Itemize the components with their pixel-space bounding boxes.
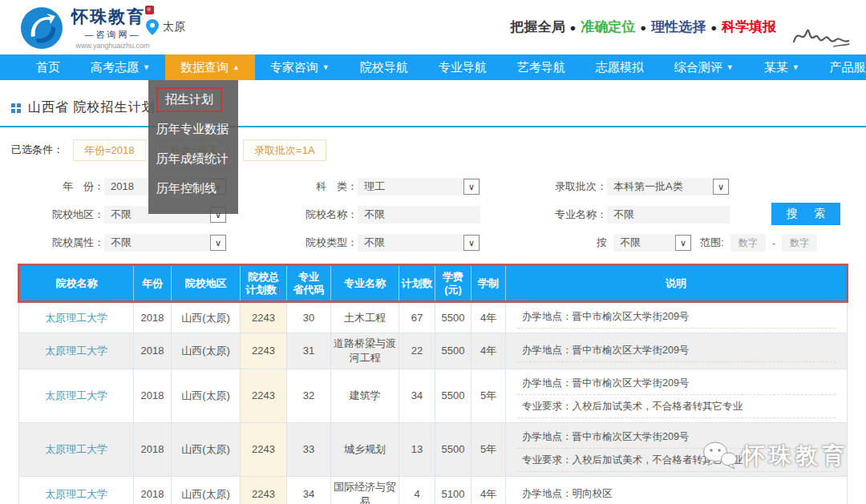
year-cell: 2018 — [134, 333, 172, 369]
attribute-select[interactable]: 不限∨ — [104, 234, 227, 252]
logo-title: 怀珠教育® — [71, 6, 154, 28]
range-min-input[interactable] — [730, 234, 766, 252]
wechat-icon — [702, 441, 738, 471]
duration-cell: 5年 — [471, 423, 506, 477]
dropdown-item[interactable]: 历年控制线 — [148, 175, 238, 203]
category-label: 科 类： — [227, 179, 358, 194]
major-name-cell: 土木工程 — [331, 302, 399, 333]
signature-graphic — [789, 21, 852, 51]
region-cell: 山西(太原) — [172, 423, 241, 477]
search-button[interactable]: 搜 索 — [771, 203, 840, 225]
school-link[interactable]: 太原理工大学 — [45, 312, 107, 324]
batch-select[interactable]: 本科第一批A类∨ — [607, 178, 730, 196]
attribute-label: 院校属性： — [0, 236, 104, 250]
fee-cell: 5100 — [435, 477, 471, 504]
sort-by-select[interactable]: 不限∨ — [613, 234, 692, 252]
chevron-down-icon[interactable]: ∨ — [675, 235, 691, 251]
top-header: 怀珠教育® —咨询网— www.yanghuaizhu.com 太原 把握全局●… — [0, 0, 866, 54]
column-header: 学费 (元) — [435, 265, 471, 302]
nav-item[interactable]: 专家咨询▼ — [255, 54, 345, 80]
slogan-dot: ● — [569, 22, 576, 34]
nav-item[interactable]: 首页 — [21, 54, 75, 80]
dropdown-item[interactable]: 招生计划 — [156, 87, 222, 112]
total-plan-cell: 2243 — [241, 333, 287, 369]
location-name: 太原 — [163, 20, 185, 34]
table-row: 太原理工大学2018山西(太原)224331道路桥梁与渡河工程2255004年办… — [19, 333, 848, 369]
chevron-down-icon[interactable]: ∨ — [210, 235, 226, 251]
note-line: 办学地点：晋中市榆次区大学街209号 — [517, 341, 836, 362]
column-header: 院校地区 — [172, 265, 241, 302]
category-select[interactable]: 理工∨ — [358, 178, 480, 196]
location-selector[interactable]: 太原 — [146, 19, 185, 35]
query-form: 年 份： 2018∨ 科 类： 理工∨ 录取批次： 本科第一批A类∨ 院校地区：… — [0, 172, 866, 254]
chevron-down-icon[interactable]: ∨ — [713, 179, 729, 195]
notes-cell: 办学地点：明向校区 — [506, 477, 848, 504]
school-link[interactable]: 太原理工大学 — [45, 345, 107, 357]
dropdown-item[interactable]: 历年成绩统计 — [148, 145, 238, 173]
slogan-segment: 理性选择 — [651, 19, 706, 34]
total-plan-cell: 2243 — [241, 423, 287, 477]
site-logo[interactable]: 怀珠教育® —咨询网— www.yanghuaizhu.com — [20, 6, 154, 50]
fee-cell: 5500 — [435, 333, 471, 369]
data-query-dropdown: 招生计划历年专业数据历年成绩统计历年控制线 — [148, 80, 238, 214]
nav-item[interactable]: 院校导航 — [345, 54, 423, 80]
nav-item[interactable]: 专业导航 — [423, 54, 502, 80]
nav-item[interactable]: 某某▼ — [749, 54, 815, 80]
column-header: 学制 — [471, 265, 506, 302]
slogan-segment: 把握全局 — [510, 19, 565, 34]
column-header: 专业 省代码 — [287, 265, 331, 302]
nav-item[interactable]: 艺考导航 — [502, 54, 581, 80]
dropdown-item[interactable]: 历年专业数据 — [148, 115, 238, 143]
nav-item[interactable]: 综合测评▼ — [659, 54, 749, 80]
slogan-segment: 准确定位 — [581, 19, 635, 34]
note-line: 办学地点：晋中市榆次区大学街209号 — [517, 373, 836, 395]
chevron-down-icon[interactable]: ∨ — [463, 235, 480, 251]
nav-caret-icon: ▼ — [322, 63, 330, 71]
note-line: 办学地点：晋中市榆次区大学街209号 — [517, 307, 836, 329]
year-cell: 2018 — [134, 369, 172, 423]
filter-tag[interactable]: 录取批次=1A — [243, 139, 326, 161]
note-line: 专业要求：入校后加试美术，不合格者转其它专业 — [517, 397, 836, 418]
notes-cell: 办学地点：晋中市榆次区大学街209号 — [506, 302, 848, 333]
school-link[interactable]: 太原理工大学 — [45, 443, 107, 455]
range-label: 范围: — [700, 236, 724, 250]
nav-item[interactable]: 产品服务▼ — [815, 54, 866, 80]
chevron-down-icon[interactable]: ∨ — [463, 179, 480, 195]
breadcrumb-text: 山西省 院校招生计划 — [28, 99, 155, 116]
logo-url: www.yanghuaizhu.com — [71, 42, 154, 50]
range-max-input[interactable] — [782, 234, 817, 252]
duration-cell: 5年 — [471, 369, 506, 423]
notes-cell: 办学地点：晋中市榆次区大学街209号专业要求：入校后加试美术，不合格者转其它专业 — [506, 369, 848, 423]
table-header: 院校名称年份院校地区院校总 计划数↓专业 省代码专业名称计划数学费 (元)学制说… — [19, 265, 848, 302]
main-nav: 首页高考志愿▼数据查询▲专家咨询▼院校导航专业导航艺考导航志愿模拟综合测评▼某某… — [0, 54, 866, 80]
column-header[interactable]: 院校总 计划数↓ — [241, 265, 287, 302]
plan-count-cell: 13 — [399, 423, 435, 477]
nav-caret-icon: ▲ — [233, 63, 240, 71]
plan-count-cell: 22 — [399, 333, 435, 369]
nav-item[interactable]: 高考志愿▼ — [75, 54, 165, 80]
school-name-cell: 太原理工大学 — [19, 369, 134, 423]
plan-count-cell: 34 — [399, 369, 435, 423]
nav-caret-icon: ▼ — [726, 63, 734, 71]
major-name-cell: 道路桥梁与渡河工程 — [331, 333, 399, 369]
school-link[interactable]: 太原理工大学 — [45, 389, 107, 401]
filter-tag[interactable]: 年份=2018 — [73, 139, 146, 161]
school-link[interactable]: 太原理工大学 — [45, 488, 107, 500]
column-header: 计划数 — [399, 265, 435, 302]
major-name-label: 专业名称： — [480, 208, 607, 222]
school-name-input[interactable]: 不限 — [358, 206, 480, 224]
major-code-cell: 30 — [287, 302, 331, 333]
sort-descending-icon[interactable]: ↓ — [277, 285, 281, 295]
watermark-text: 怀珠教育 — [743, 441, 848, 471]
region-label: 院校地区： — [0, 208, 104, 222]
school-type-select[interactable]: 不限∨ — [358, 234, 480, 252]
breadcrumb: 山西省 院校招生计划 — [11, 99, 866, 116]
sort-by-label: 按 — [480, 236, 607, 250]
logo-subtitle: —咨询网— — [71, 29, 154, 41]
nav-item[interactable]: 志愿模拟 — [581, 54, 659, 80]
nav-item[interactable]: 数据查询▲ — [165, 54, 255, 80]
selected-filters: 已选条件： 年份=2018科类=理工录取批次=1A — [11, 139, 866, 161]
major-name-cell: 建筑学 — [331, 369, 399, 423]
fee-cell: 5500 — [435, 302, 471, 333]
major-name-input[interactable]: 不限 — [607, 206, 730, 224]
